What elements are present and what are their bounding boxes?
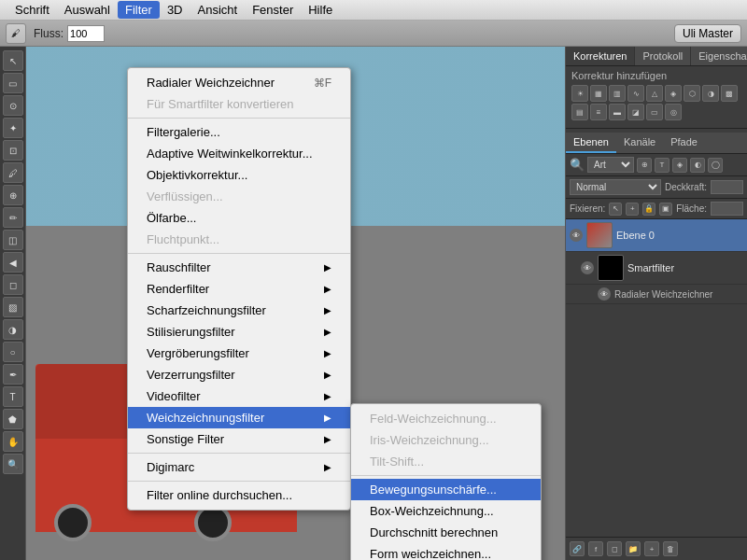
tool-clone[interactable]: ◫ xyxy=(3,230,23,250)
corr-selective[interactable]: ◎ xyxy=(665,104,682,120)
menu-radialer-weichzeichner[interactable]: Radialer Weichzeichner ⌘F xyxy=(128,72,350,93)
tab-kanaele[interactable]: Kanäle xyxy=(616,133,663,153)
corr-contrast[interactable]: ▦ xyxy=(590,85,607,102)
corr-bw[interactable]: ▩ xyxy=(721,85,738,102)
menu-videofilter[interactable]: Videofilter ▶ xyxy=(128,385,350,407)
menu-vergröberung[interactable]: Vergröberungsfilter ▶ xyxy=(128,343,350,364)
new-group-btn[interactable]: 📁 xyxy=(626,541,641,556)
corr-posterize[interactable]: ▬ xyxy=(609,104,626,120)
menu-hilfe[interactable]: Hilfe xyxy=(301,1,340,19)
tab-korrekturen[interactable]: Korrekturen xyxy=(566,47,635,65)
tool-move[interactable]: ↖ xyxy=(3,50,23,71)
menu-filter-online[interactable]: Filter online durchsuchen... xyxy=(128,484,350,506)
layers-type-select[interactable]: Art xyxy=(587,157,634,173)
menu-verzerrung[interactable]: Verzerrungsfilter ▶ xyxy=(128,364,350,385)
tool-brush[interactable]: 🖌 xyxy=(6,23,26,44)
fix-icon4[interactable]: ▣ xyxy=(659,203,672,216)
link-layers-btn[interactable]: 🔗 xyxy=(570,541,585,556)
menu-form-weich[interactable]: Form weichzeichnen... xyxy=(351,543,541,560)
menu-box-weich[interactable]: Box-Weichzeichnung... xyxy=(351,500,541,522)
menu-filtergalerie[interactable]: Filtergalerie... xyxy=(128,121,350,143)
corr-gradient-map[interactable]: ▭ xyxy=(646,104,663,120)
layer-row-ebene0[interactable]: 👁 Ebene 0 xyxy=(566,219,747,252)
layer-row-smartfilter[interactable]: 👁 Smartfilter xyxy=(566,252,747,285)
fix-icon1[interactable]: ↖ xyxy=(609,203,622,216)
layers-toggle[interactable]: ◯ xyxy=(708,158,723,173)
layers-option3[interactable]: ◈ xyxy=(672,158,687,173)
layer-row-radialer[interactable]: 👁 Radialer Weichzeichner xyxy=(566,285,747,304)
layer-visibility-radialer[interactable]: 👁 xyxy=(598,287,611,301)
layer-visibility-smartfilter[interactable]: 👁 xyxy=(581,261,594,274)
menu-auswahl[interactable]: Auswahl xyxy=(57,1,118,19)
tool-eyedrop[interactable]: 🖊 xyxy=(3,162,23,183)
layer-visibility-ebene0[interactable]: 👁 xyxy=(570,229,583,242)
corr-mixer[interactable]: ≡ xyxy=(590,104,607,120)
tool-history[interactable]: ◀ xyxy=(3,252,23,273)
tool-hand[interactable]: ✋ xyxy=(3,431,23,452)
layer-thumbnail-ebene0 xyxy=(586,222,613,248)
blend-mode-select[interactable]: Normal xyxy=(570,179,661,195)
menu-bewegungs[interactable]: Bewegungsunschärfe... xyxy=(351,479,541,500)
tool-eraser[interactable]: ◻ xyxy=(3,274,23,295)
new-layer-btn[interactable]: + xyxy=(644,541,659,556)
corr-vibrance[interactable]: ◈ xyxy=(665,85,682,102)
menu-3d[interactable]: 3D xyxy=(160,1,190,19)
opacity-input[interactable] xyxy=(711,180,743,194)
menu-durchschnitt[interactable]: Durchschnitt berechnen xyxy=(351,522,541,543)
tool-text[interactable]: T xyxy=(3,386,23,407)
menu-oelfarbe[interactable]: Ölfarbe... xyxy=(128,207,350,229)
tool-shape[interactable]: ⬟ xyxy=(3,409,23,429)
fluss-label: Fluss: xyxy=(34,27,63,40)
user-button[interactable]: Uli Master xyxy=(674,24,741,43)
corr-color[interactable]: ◑ xyxy=(702,85,719,102)
tool-zoom[interactable]: 🔍 xyxy=(3,454,23,474)
fix-icon2[interactable]: + xyxy=(626,203,639,216)
corr-curves[interactable]: ∿ xyxy=(627,85,644,102)
tab-pfade[interactable]: Pfade xyxy=(663,133,705,153)
menu-fenster[interactable]: Fenster xyxy=(245,1,301,19)
fix-icon3[interactable]: 🔒 xyxy=(642,203,655,216)
corr-threshold[interactable]: ◪ xyxy=(627,104,644,120)
delete-layer-btn[interactable]: 🗑 xyxy=(663,541,678,556)
tool-brush2[interactable]: ✏ xyxy=(3,207,23,228)
tab-eigenschaften[interactable]: Eigenschaften xyxy=(691,47,747,65)
menu-schrift[interactable]: Schrift xyxy=(7,1,57,19)
tool-magic[interactable]: ✦ xyxy=(3,118,23,138)
menu-renderfilter[interactable]: Renderfilter ▶ xyxy=(128,278,350,300)
menubar: Schrift Auswahl Filter 3D Ansicht Fenste… xyxy=(0,0,747,21)
add-style-btn[interactable]: f xyxy=(588,541,603,556)
tool-lasso[interactable]: ⊙ xyxy=(3,95,23,116)
tab-ebenen[interactable]: Ebenen xyxy=(566,133,616,153)
tool-gradient[interactable]: ▨ xyxy=(3,297,23,317)
add-mask-btn[interactable]: ◻ xyxy=(607,541,622,556)
flaeche-input[interactable] xyxy=(711,202,743,216)
tool-heal[interactable]: ⊕ xyxy=(3,185,23,205)
corr-photo[interactable]: ▤ xyxy=(571,104,588,120)
firetruck-wheel1 xyxy=(54,504,92,541)
layers-option1[interactable]: ⊕ xyxy=(637,158,652,173)
fluss-input[interactable] xyxy=(67,25,105,42)
tool-dodge[interactable]: ○ xyxy=(3,342,23,362)
layers-option4[interactable]: ◐ xyxy=(690,158,705,173)
menu-weichzeichnung[interactable]: Weichzeichnungsfilter ▶ Feld-Weichzeichn… xyxy=(128,407,350,428)
menu-digimarc[interactable]: Digimarc ▶ xyxy=(128,456,350,478)
corr-brightness[interactable]: ☀ xyxy=(571,85,588,102)
menu-scharfzeichnung[interactable]: Scharfzeichnungsfilter ▶ xyxy=(128,300,350,321)
menu-weitwinkel[interactable]: Adaptive Weitwinkelkorrektur... xyxy=(128,143,350,164)
layers-option2[interactable]: T xyxy=(655,158,669,173)
tool-pen[interactable]: ✒ xyxy=(3,364,23,385)
fix-label: Fixieren: xyxy=(570,203,605,214)
menu-ansicht[interactable]: Ansicht xyxy=(190,1,246,19)
corr-levels[interactable]: ▥ xyxy=(609,85,626,102)
tool-crop[interactable]: ⊡ xyxy=(3,140,23,161)
tool-blur-tool[interactable]: ◑ xyxy=(3,319,23,340)
corr-hsl[interactable]: ⬡ xyxy=(684,85,700,102)
menu-sonstige[interactable]: Sonstige Filter ▶ xyxy=(128,428,350,450)
menu-objektiv[interactable]: Objektivkorrektur... xyxy=(128,164,350,186)
tool-select[interactable]: ▭ xyxy=(3,73,23,93)
menu-rauschfilter[interactable]: Rauschfilter ▶ xyxy=(128,257,350,278)
tab-protokoll[interactable]: Protokoll xyxy=(635,47,691,65)
corr-exposure[interactable]: △ xyxy=(646,85,663,102)
menu-stilisierung[interactable]: Stilisierungsfilter ▶ xyxy=(128,321,350,343)
menu-filter[interactable]: Filter xyxy=(118,1,160,19)
